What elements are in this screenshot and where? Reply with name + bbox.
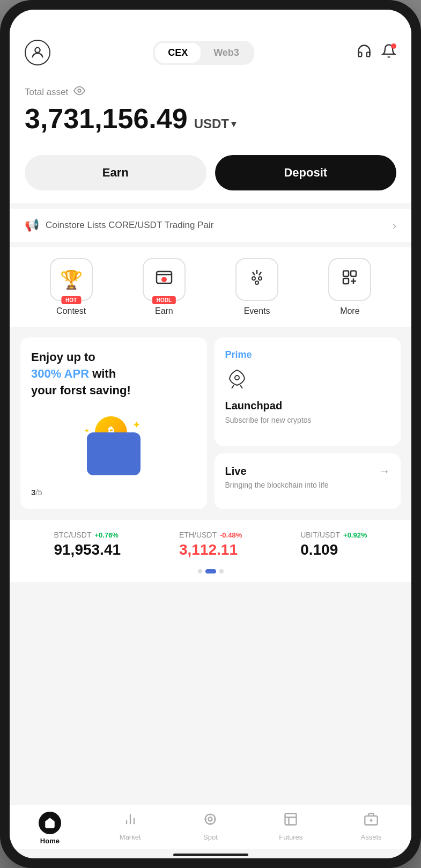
events-label: Events [244, 306, 270, 316]
asset-value: 3,731,156.49 [25, 102, 188, 135]
nav-spot-label: Spot [203, 833, 218, 841]
nav-home[interactable]: Home [28, 812, 71, 845]
cards-section: Enjoy up to 300% APR with your forst sav… [10, 332, 411, 514]
earn-button[interactable]: Earn [25, 155, 206, 190]
quick-action-events[interactable]: Events [235, 258, 278, 316]
ticker-ubit[interactable]: UBIT/USDT +0.92% 0.109 [300, 531, 367, 558]
earn-promo-card[interactable]: Enjoy up to 300% APR with your forst sav… [20, 337, 207, 509]
header-left [25, 40, 50, 65]
card-illustration: ✦ ✦ ₿ [31, 411, 196, 475]
eth-change: -0.48% [220, 531, 242, 539]
svg-rect-11 [351, 271, 356, 276]
header-tabs: CEX Web3 [153, 41, 254, 65]
dot-2-active [205, 569, 216, 573]
ticker-btc[interactable]: BTC/USDT +0.76% 91,953.41 [54, 531, 121, 558]
svg-line-6 [253, 272, 255, 275]
earn-nav-label: Earn [155, 306, 173, 316]
nav-futures[interactable]: Futures [269, 812, 312, 845]
asset-label: Total asset [25, 85, 396, 99]
sparkle-icon: ✦ [132, 419, 141, 431]
currency-dropdown-arrow: ▾ [231, 118, 236, 130]
tab-web3[interactable]: Web3 [201, 43, 252, 63]
phone-frame: CEX Web3 [0, 0, 421, 868]
announcement-bar[interactable]: 📢 Coinstore Lists CORE/USDT Trading Pair… [10, 209, 411, 242]
svg-point-8 [258, 277, 262, 280]
eth-pair: ETH/USDT [179, 531, 217, 539]
asset-amount: 3,731,156.49 USDT ▾ [25, 102, 396, 135]
svg-point-15 [235, 376, 239, 380]
svg-point-16 [205, 814, 216, 825]
live-arrow-icon: → [379, 465, 390, 477]
svg-point-3 [161, 277, 167, 282]
nav-market-label: Market [120, 833, 141, 841]
nav-assets[interactable]: Assets [350, 812, 393, 845]
live-title: Live [225, 465, 247, 477]
svg-point-9 [255, 281, 258, 284]
bottom-nav: Home Market Spot [10, 805, 411, 849]
btc-price: 91,953.41 [54, 541, 121, 558]
dots-indicator [10, 564, 411, 582]
apr-highlight: 300% APR [31, 367, 89, 380]
deposit-button[interactable]: Deposit [215, 155, 397, 190]
quick-action-more[interactable]: More [328, 258, 371, 316]
header: CEX Web3 [10, 33, 411, 74]
launchpad-subtitle: Subscribe for new cryptos [225, 415, 390, 426]
ticker-section: BTC/USDT +0.76% 91,953.41 ETH/USDT -0.48… [10, 520, 411, 564]
live-subtitle: Bringing the blockchain into life [225, 481, 390, 489]
svg-rect-12 [343, 278, 349, 284]
svg-rect-18 [285, 814, 297, 825]
card-pagination: 3/5 [31, 488, 42, 497]
nav-assets-label: Assets [361, 833, 382, 841]
ubit-price: 0.109 [300, 541, 367, 558]
svg-point-0 [35, 48, 40, 53]
ticker-eth[interactable]: ETH/USDT -0.48% 3,112.11 [179, 531, 242, 558]
content-area: CEX Web3 [10, 33, 411, 805]
assets-icon [364, 812, 379, 830]
svg-point-17 [209, 818, 212, 821]
btc-pair: BTC/USDT [54, 531, 91, 539]
prime-label: Prime [225, 349, 390, 361]
svg-point-7 [252, 277, 255, 280]
hot-badge: HOT [61, 296, 81, 304]
launchpad-card[interactable]: Prime Launchpad Subscribe for new crypto… [215, 337, 401, 446]
notification-icon[interactable] [381, 43, 396, 62]
svg-rect-10 [343, 271, 349, 276]
nav-futures-label: Futures [279, 833, 302, 841]
earn-icon [153, 267, 175, 292]
announce-arrow-icon: › [393, 219, 396, 232]
launchpad-title: Launchpad [225, 400, 390, 412]
contest-icon: 🏆 [60, 269, 83, 290]
nav-spot[interactable]: Spot [189, 812, 232, 845]
btc-change: +0.76% [94, 531, 118, 539]
action-buttons: Earn Deposit [10, 151, 411, 203]
more-icon [339, 267, 360, 292]
nav-home-label: Home [40, 837, 60, 845]
announce-icon: 📢 [25, 218, 39, 232]
quick-action-earn[interactable]: HODL Earn [143, 258, 186, 316]
hodl-badge: HODL [152, 296, 176, 304]
more-label: More [340, 306, 359, 316]
ubit-pair: UBIT/USDT [300, 531, 340, 539]
eye-icon[interactable] [73, 85, 85, 99]
asset-section: Total asset 3,731,156.49 USDT ▾ [10, 74, 411, 151]
notification-dot [391, 43, 396, 49]
announce-text: Coinstore Lists CORE/USDT Trading Pair [46, 220, 213, 231]
contest-label: Contest [56, 306, 86, 316]
home-icon [39, 812, 61, 834]
quick-actions: 🏆 HOT Contest HOD [10, 247, 411, 327]
tab-cex[interactable]: CEX [155, 43, 201, 63]
nav-market[interactable]: Market [109, 812, 152, 845]
earn-card-text: Enjoy up to 300% APR with your forst sav… [31, 349, 196, 399]
profile-icon[interactable] [25, 40, 50, 65]
futures-icon [283, 812, 298, 830]
quick-action-contest[interactable]: 🏆 HOT Contest [50, 258, 93, 316]
rocket-icon [225, 367, 390, 395]
asset-currency[interactable]: USDT ▾ [194, 116, 236, 131]
dot-1 [198, 569, 202, 573]
live-card[interactable]: Live → Bringing the blockchain into life [215, 453, 401, 509]
status-bar [10, 10, 411, 33]
support-icon[interactable] [357, 43, 372, 62]
home-indicator-bar [173, 854, 248, 856]
header-right [357, 43, 396, 62]
eth-price: 3,112.11 [179, 541, 242, 558]
